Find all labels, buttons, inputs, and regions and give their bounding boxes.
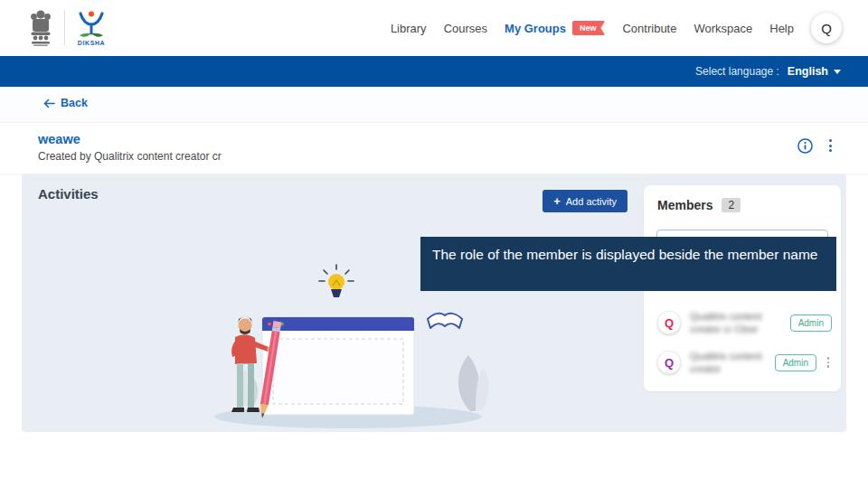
nav-courses[interactable]: Courses [444, 22, 487, 35]
add-activity-button[interactable]: + Add activity [542, 190, 627, 212]
members-heading: Members [657, 198, 712, 212]
diksha-logo-icon [75, 10, 108, 39]
language-select[interactable]: English [788, 65, 841, 78]
logo-divider [64, 11, 65, 45]
member-avatar: Q [657, 311, 681, 334]
members-header: Members 2 [657, 198, 741, 212]
activities-heading: Activities [38, 186, 99, 202]
member-avatar: Q [657, 351, 681, 374]
back-arrow-icon [43, 99, 55, 108]
diksha-group-page: DIKSHA Library Courses My Groups New Con… [0, 0, 868, 488]
india-emblem-icon [27, 8, 54, 48]
nav-workspace[interactable]: Workspace [693, 22, 752, 35]
lightbulb-icon [319, 265, 354, 297]
activities-panel: Activities + Add activity [22, 174, 846, 432]
diksha-logo-text: DIKSHA [78, 40, 105, 46]
member-row: Q Qualitrix content creator cr Cbse Admi… [657, 305, 832, 341]
top-header: DIKSHA Library Courses My Groups New Con… [0, 0, 868, 56]
brand-logos: DIKSHA [27, 8, 108, 48]
member-role-badge: Admin [790, 314, 832, 332]
member-name-blurred: Qualitrix content creator cr Cbse [690, 310, 773, 336]
language-selected-value: English [788, 65, 828, 78]
nav-my-groups[interactable]: My Groups [505, 22, 566, 35]
group-kebab-menu-icon[interactable] [827, 137, 834, 154]
page-footer-space [0, 432, 868, 488]
nav-help[interactable]: Help [769, 22, 794, 35]
group-subtitle: Created by Qualitrix content creator cr [38, 150, 222, 163]
group-title: weawe [38, 132, 80, 146]
profile-avatar[interactable]: Q [811, 13, 842, 43]
main-nav: Library Courses My Groups New Contribute… [391, 0, 842, 56]
member-role-badge: Admin [775, 354, 816, 371]
diksha-logo: DIKSHA [75, 10, 108, 46]
plus-icon: + [553, 195, 561, 207]
nav-contribute[interactable]: Contribute [622, 22, 676, 35]
walkthrough-tooltip: The role of the member is displayed besi… [420, 237, 836, 291]
back-strip: Back [0, 87, 868, 122]
chevron-down-icon [834, 70, 841, 74]
member-row: Q Qualitrix content creator Admin [657, 344, 832, 380]
nav-library[interactable]: Library [391, 22, 427, 35]
group-actions [797, 137, 834, 154]
language-bar: Select language : English [0, 56, 868, 87]
add-activity-label: Add activity [566, 196, 617, 207]
back-button[interactable]: Back [43, 97, 88, 109]
back-label: Back [61, 97, 88, 109]
member-name-blurred: Qualitrix content creator [690, 350, 773, 376]
nav-my-groups-wrap: My Groups New [505, 21, 605, 35]
member-kebab-menu-icon[interactable] [825, 357, 832, 368]
members-count-badge: 2 [722, 198, 741, 212]
new-ribbon-badge: New [572, 21, 606, 35]
info-icon[interactable] [797, 138, 813, 154]
group-header-card: weawe Created by Qualitrix content creat… [0, 122, 868, 174]
language-label: Select language : [695, 65, 779, 78]
